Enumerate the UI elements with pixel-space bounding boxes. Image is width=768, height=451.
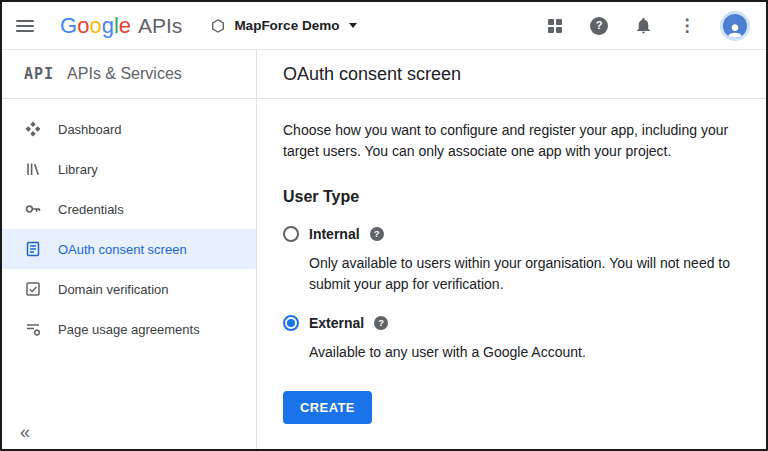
api-logo-icon: API [24, 65, 54, 83]
radio-external-label[interactable]: External [309, 315, 364, 331]
sidebar-item-oauth-consent-screen[interactable]: OAuth consent screen [2, 229, 256, 269]
help-glyph: ? [590, 17, 608, 35]
library-icon [24, 160, 42, 178]
more-vert-icon[interactable]: ⋮ [676, 15, 698, 37]
radio-external[interactable] [283, 315, 299, 331]
sidebar-item-label: Library [58, 162, 98, 177]
help-icon[interactable]: ? [374, 316, 388, 330]
avatar-image [723, 14, 747, 38]
dashboard-icon [24, 120, 42, 138]
project-name: MapForce Demo [234, 18, 339, 33]
sidebar-item-dashboard[interactable]: Dashboard [2, 109, 256, 149]
sidebar-item-label: OAuth consent screen [58, 242, 187, 257]
google-apis-logo[interactable]: G o o g l e APIs [60, 14, 182, 38]
domain-verification-icon [24, 280, 42, 298]
main-panel: OAuth consent screen Choose how you want… [257, 50, 766, 449]
main-header: OAuth consent screen [257, 50, 766, 99]
logo-suffix: APIs [138, 14, 182, 38]
sidebar-item-page-usage-agreements[interactable]: Page usage agreements [2, 309, 256, 349]
sidebar: API APIs & Services Dashboard [2, 50, 257, 449]
intro-text: Choose how you want to configure and reg… [283, 120, 740, 162]
sidebar-item-label: Domain verification [58, 282, 169, 297]
logo-letter: o [89, 15, 101, 37]
sidebar-item-credentials[interactable]: Credentials [2, 189, 256, 229]
main-content: Choose how you want to configure and reg… [257, 99, 766, 424]
key-icon [24, 200, 42, 218]
user-type-option-internal: Internal ? [283, 226, 740, 242]
logo-letter: g [102, 15, 114, 37]
hamburger-menu-icon[interactable] [16, 14, 40, 38]
project-icon [210, 18, 226, 34]
external-description: Available to any user with a Google Acco… [309, 342, 740, 363]
avatar[interactable] [720, 11, 750, 41]
page-usage-agreements-icon [24, 320, 42, 338]
help-icon[interactable]: ? [370, 227, 384, 241]
consent-screen-icon [24, 240, 42, 258]
sidebar-item-label: Page usage agreements [58, 322, 200, 337]
logo-letter: o [77, 15, 89, 37]
sidebar-item-label: Dashboard [58, 122, 122, 137]
sidebar-title: APIs & Services [67, 65, 182, 83]
internal-description: Only available to users within your orga… [309, 253, 740, 295]
user-type-heading: User Type [283, 188, 740, 206]
sidebar-header: API APIs & Services [2, 50, 256, 99]
page-title: OAuth consent screen [283, 64, 461, 85]
sidebar-collapse-icon[interactable]: « [20, 423, 30, 441]
console-window: G o o g l e APIs MapForce Demo [0, 0, 768, 451]
user-type-option-external: External ? [283, 315, 740, 331]
project-selector[interactable]: MapForce Demo [210, 18, 357, 34]
sidebar-item-domain-verification[interactable]: Domain verification [2, 269, 256, 309]
logo-letter: e [119, 15, 131, 37]
sidebar-item-library[interactable]: Library [2, 149, 256, 189]
more-vert-glyph: ⋮ [679, 15, 696, 36]
radio-internal-label[interactable]: Internal [309, 226, 360, 242]
topbar-actions: ? ⋮ [544, 11, 750, 41]
sidebar-item-label: Credentials [58, 202, 124, 217]
help-icon[interactable]: ? [588, 15, 610, 37]
logo-letter: G [60, 15, 77, 37]
create-button[interactable]: CREATE [283, 391, 372, 424]
bell-icon[interactable] [632, 15, 654, 37]
chevron-down-icon [349, 23, 357, 28]
radio-internal[interactable] [283, 226, 299, 242]
top-bar: G o o g l e APIs MapForce Demo [2, 2, 766, 50]
apps-grid-icon[interactable] [544, 15, 566, 37]
sidebar-nav: Dashboard Library [2, 99, 256, 349]
